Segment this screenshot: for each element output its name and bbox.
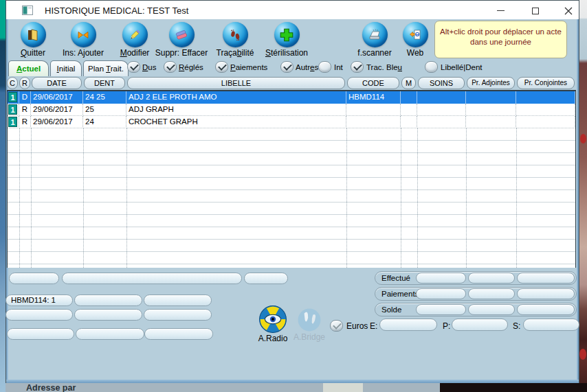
ins-ajouter-label: Ins: Ajouter bbox=[63, 48, 104, 58]
column-separator bbox=[466, 128, 467, 268]
solde-label: Solde bbox=[381, 305, 401, 314]
col-header-m[interactable]: M bbox=[401, 77, 416, 89]
column-separator bbox=[346, 128, 347, 268]
filter-checkbox-libelle-dent[interactable] bbox=[425, 61, 438, 73]
filter-checkbox-dus[interactable] bbox=[127, 61, 140, 73]
col-header-libelle[interactable]: LIBELLE bbox=[127, 77, 345, 89]
col-header-dent[interactable]: DENT bbox=[84, 77, 125, 89]
filter-label-autres[interactable]: Autres bbox=[296, 63, 318, 71]
bridge-teeth-icon bbox=[293, 308, 326, 332]
p-label: P: bbox=[443, 321, 450, 331]
background-window-strip: Adresse par bbox=[5, 383, 587, 392]
row-dent: 24 25 bbox=[83, 91, 126, 104]
web-label: Web bbox=[407, 48, 423, 58]
filter-label-libelle-dent[interactable]: Libellé|Dent bbox=[441, 63, 483, 71]
col-header-code[interactable]: CODE bbox=[347, 77, 399, 89]
solde-field-1 bbox=[416, 304, 466, 315]
sterilisation-button[interactable]: Stérilisation bbox=[256, 22, 318, 59]
effectue-field-3 bbox=[517, 273, 575, 284]
count-badge: 1 bbox=[8, 117, 17, 127]
minimize-icon bbox=[497, 10, 505, 11]
s-field[interactable] bbox=[523, 319, 579, 331]
modifier-label: Modifier bbox=[120, 48, 150, 58]
table-row[interactable]: 1 R 29/06/2017 24 CROCHET GRAPH bbox=[8, 116, 575, 128]
detail-field bbox=[144, 328, 213, 340]
filter-label-trac-bleu[interactable]: Trac. Bleu bbox=[366, 63, 402, 71]
summary-field bbox=[9, 273, 59, 284]
paiements-field-2 bbox=[468, 288, 515, 299]
row-date: 29/06/2017 bbox=[31, 116, 83, 128]
column-separator bbox=[126, 128, 127, 268]
close-icon bbox=[564, 7, 573, 15]
abridge-label: A.Bridge bbox=[293, 332, 326, 342]
row-m bbox=[401, 91, 417, 104]
row-code bbox=[346, 116, 401, 128]
row-type: R bbox=[19, 104, 31, 116]
photo-red-blob bbox=[580, 134, 586, 143]
filter-label-paiements[interactable]: Paiements bbox=[230, 63, 267, 71]
col-header-soins[interactable]: SOINS bbox=[418, 77, 465, 89]
tab-plan-trait[interactable]: Plan Trait. bbox=[83, 60, 129, 76]
count-badge: 1 bbox=[8, 104, 17, 115]
window-icon bbox=[22, 5, 33, 15]
acts-table: 1 D 29/06/2017 24 25 ADJ 2 ELE PROTH AMO… bbox=[7, 90, 576, 268]
row-libelle: ADJ GRAPH bbox=[126, 104, 346, 116]
abridge-button[interactable]: A.Bridge bbox=[293, 308, 326, 342]
effectue-field-2 bbox=[468, 273, 515, 284]
supprimer-effacer-button[interactable]: Suppr: Effacer bbox=[151, 22, 212, 59]
e-field[interactable] bbox=[379, 319, 437, 331]
maximize-button[interactable] bbox=[520, 1, 551, 20]
row-type: R bbox=[19, 116, 31, 128]
paiements-label: Paiements bbox=[381, 290, 419, 298]
aradio-button[interactable]: A.Radio bbox=[257, 305, 289, 343]
tab-initial[interactable]: Initial bbox=[50, 60, 82, 76]
col-header-r[interactable]: R bbox=[19, 77, 30, 89]
effectue-label: Effectué bbox=[381, 274, 410, 282]
column-separator bbox=[19, 128, 20, 268]
tracabilite-label: Traçabilité bbox=[217, 48, 254, 58]
filter-label-int[interactable]: Int bbox=[334, 63, 343, 71]
paiements-field-3 bbox=[517, 288, 575, 299]
summary-field bbox=[244, 273, 288, 284]
summary-field bbox=[62, 273, 242, 284]
detail-field bbox=[74, 309, 142, 321]
euros-checkbox[interactable] bbox=[330, 320, 343, 332]
detail-field bbox=[144, 309, 212, 321]
sterilisation-label: Stérilisation bbox=[265, 48, 308, 58]
solde-field-3 bbox=[517, 304, 575, 315]
filter-checkbox-trac-bleu[interactable] bbox=[351, 61, 364, 73]
col-header-pr-conjointes[interactable]: Pr. Conjointes bbox=[517, 77, 575, 89]
detail-field bbox=[74, 295, 142, 306]
window-title: HISTORIQUE MEDICAL: TEST Test bbox=[45, 5, 188, 16]
filter-checkbox-regles[interactable] bbox=[164, 61, 177, 73]
tab-actuel[interactable]: Actuel bbox=[8, 60, 49, 76]
col-header-date[interactable]: DATE bbox=[32, 77, 82, 89]
count-badge: 1 bbox=[8, 92, 17, 102]
col-header-pr-adjointes[interactable]: Pr. Adjointes bbox=[467, 77, 515, 89]
filter-label-dus[interactable]: Dus bbox=[142, 63, 156, 71]
col-header-c[interactable]: C bbox=[7, 77, 18, 89]
door-icon bbox=[21, 22, 46, 47]
scanner-icon bbox=[362, 22, 388, 47]
row-dent: 25 bbox=[83, 104, 126, 116]
column-separator bbox=[401, 128, 401, 268]
filter-checkbox-paiements[interactable] bbox=[215, 61, 228, 73]
aradio-label: A.Radio bbox=[257, 334, 289, 343]
table-row[interactable]: 1 R 29/06/2017 25 ADJ GRAPH bbox=[8, 104, 575, 116]
maximize-icon bbox=[532, 8, 539, 14]
filter-label-regles[interactable]: Réglés bbox=[179, 63, 203, 71]
column-separator bbox=[83, 128, 84, 268]
p-field[interactable] bbox=[452, 319, 508, 331]
footprints-icon bbox=[223, 22, 248, 47]
minimize-button[interactable] bbox=[485, 1, 516, 20]
suppr-effacer-label: Suppr: Effacer bbox=[155, 48, 208, 58]
filter-checkbox-int[interactable] bbox=[318, 61, 331, 73]
background-partial-text: Adresse par bbox=[26, 383, 76, 392]
filter-checkbox-autres[interactable] bbox=[280, 61, 294, 73]
close-button[interactable] bbox=[555, 1, 582, 20]
insert-arrows-icon bbox=[71, 22, 96, 47]
empty-table-area bbox=[8, 128, 575, 268]
s-label: S: bbox=[513, 321, 520, 331]
table-row[interactable]: 1 D 29/06/2017 24 25 ADJ 2 ELE PROTH AMO… bbox=[8, 91, 575, 104]
column-separator bbox=[31, 128, 32, 268]
